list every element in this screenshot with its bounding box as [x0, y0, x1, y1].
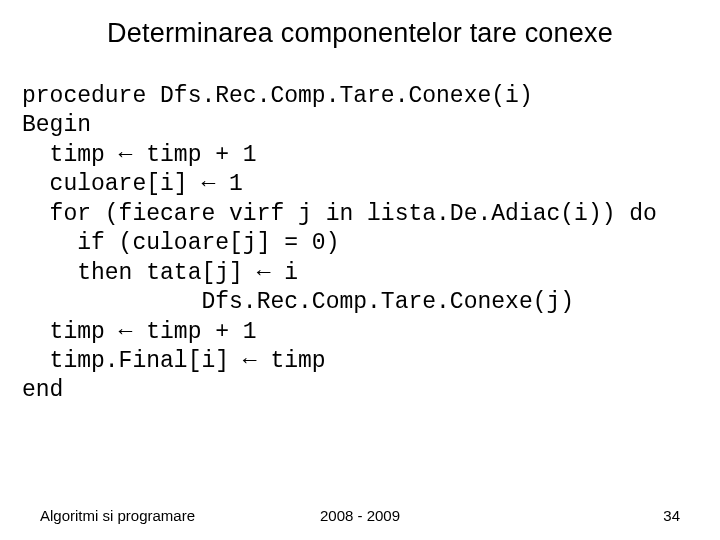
footer: Algoritmi si programare 2008 - 2009 34 — [40, 507, 680, 524]
code-line: for (fiecare virf j in lista.De.Adiac(i)… — [22, 201, 657, 227]
code-line: then tata[j] ← i — [22, 260, 298, 286]
code-line: culoare[i] ← 1 — [22, 171, 243, 197]
code-line: if (culoare[j] = 0) — [22, 230, 339, 256]
slide-title: Determinarea componentelor tare conexe — [0, 18, 720, 49]
code-line: Begin — [22, 112, 91, 138]
code-line: timp.Final[i] ← timp — [22, 348, 326, 374]
code-line: timp ← timp + 1 — [22, 142, 257, 168]
code-line: Dfs.Rec.Comp.Tare.Conexe(j) — [22, 289, 574, 315]
footer-center: 2008 - 2009 — [40, 507, 680, 524]
code-line: timp ← timp + 1 — [22, 319, 257, 345]
code-line: end — [22, 377, 63, 403]
pseudocode-block: procedure Dfs.Rec.Comp.Tare.Conexe(i) Be… — [22, 82, 698, 406]
slide: Determinarea componentelor tare conexe p… — [0, 0, 720, 540]
code-line: procedure Dfs.Rec.Comp.Tare.Conexe(i) — [22, 83, 533, 109]
